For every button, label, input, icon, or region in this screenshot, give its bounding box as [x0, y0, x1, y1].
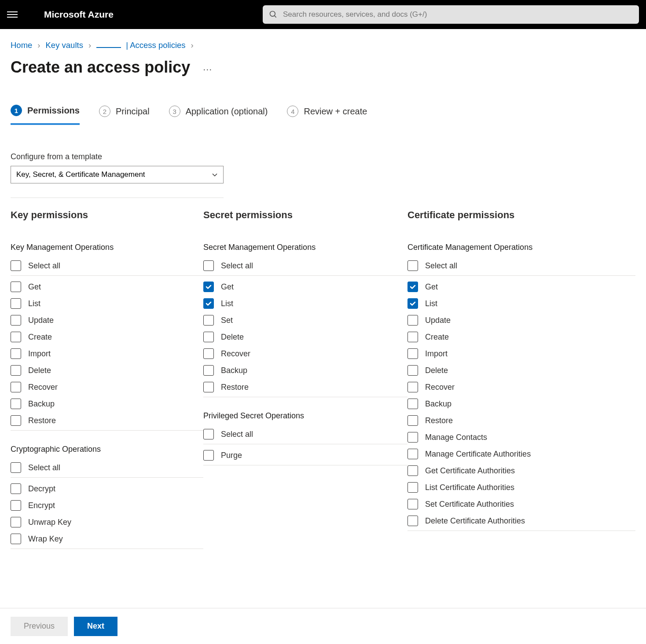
- checkbox[interactable]: [407, 260, 418, 271]
- permission-row[interactable]: List: [407, 295, 635, 312]
- permission-row[interactable]: Update: [11, 312, 203, 329]
- checkbox[interactable]: [203, 260, 214, 271]
- checkbox[interactable]: [11, 415, 21, 426]
- search-input[interactable]: [263, 5, 639, 24]
- checkbox[interactable]: [11, 332, 21, 342]
- permission-row[interactable]: Get Certificate Authorities: [407, 462, 635, 479]
- permission-row[interactable]: Set: [203, 312, 407, 329]
- permission-row[interactable]: Delete: [407, 362, 635, 379]
- checkbox[interactable]: [11, 315, 21, 326]
- permission-row[interactable]: Create: [407, 329, 635, 345]
- step-permissions[interactable]: 1 Permissions: [11, 105, 80, 125]
- more-actions-icon[interactable]: …: [202, 62, 213, 73]
- checkbox-label: Select all: [28, 261, 60, 271]
- permission-row[interactable]: Decrypt: [11, 480, 203, 497]
- checkbox[interactable]: [11, 260, 21, 271]
- select-all-row[interactable]: Select all: [11, 459, 203, 478]
- step-application[interactable]: 3 Application (optional): [169, 105, 268, 125]
- breadcrumb-home[interactable]: Home: [11, 40, 32, 50]
- permissions-heading: Certificate permissions: [407, 209, 635, 221]
- previous-button[interactable]: Previous: [11, 617, 68, 636]
- checkbox[interactable]: [203, 332, 214, 342]
- checkbox-label: Delete: [221, 333, 244, 342]
- checkbox[interactable]: [203, 315, 214, 326]
- template-select[interactable]: Key, Secret, & Certificate Management: [11, 166, 224, 183]
- checkbox-label: Purge: [221, 451, 242, 460]
- checkbox[interactable]: [407, 516, 418, 526]
- hamburger-menu-icon[interactable]: [7, 11, 18, 18]
- permission-row[interactable]: Set Certificate Authorities: [407, 496, 635, 512]
- permission-row[interactable]: Encrypt: [11, 497, 203, 514]
- permission-row[interactable]: Recover: [407, 379, 635, 395]
- checkbox[interactable]: [203, 282, 214, 292]
- permission-row[interactable]: Delete: [11, 362, 203, 379]
- select-all-row[interactable]: Select all: [203, 426, 407, 444]
- permission-row[interactable]: Restore: [11, 412, 203, 431]
- permission-row[interactable]: Import: [407, 345, 635, 362]
- checkbox[interactable]: [407, 432, 418, 443]
- checkbox[interactable]: [203, 450, 214, 461]
- permission-row[interactable]: Backup: [11, 395, 203, 412]
- permission-row[interactable]: Delete Certificate Authorities: [407, 512, 635, 531]
- checkbox[interactable]: [11, 517, 21, 527]
- checkbox[interactable]: [407, 282, 418, 292]
- checkbox[interactable]: [407, 315, 418, 326]
- breadcrumb-keyvaults[interactable]: Key vaults: [46, 40, 83, 50]
- permissions-heading: Key permissions: [11, 209, 203, 221]
- checkbox[interactable]: [203, 298, 214, 309]
- checkbox[interactable]: [11, 534, 21, 544]
- permission-row[interactable]: Recover: [203, 345, 407, 362]
- permission-row[interactable]: Get: [203, 278, 407, 295]
- checkbox[interactable]: [407, 365, 418, 376]
- checkbox[interactable]: [203, 382, 214, 392]
- checkbox[interactable]: [11, 348, 21, 359]
- permission-row[interactable]: Get: [407, 278, 635, 295]
- checkbox[interactable]: [407, 332, 418, 342]
- permission-row[interactable]: Import: [11, 345, 203, 362]
- permission-row[interactable]: Backup: [407, 395, 635, 412]
- checkbox[interactable]: [407, 382, 418, 392]
- checkbox[interactable]: [11, 282, 21, 292]
- step-principal[interactable]: 2 Principal: [99, 105, 150, 125]
- checkbox[interactable]: [407, 348, 418, 359]
- permission-row[interactable]: Create: [11, 329, 203, 345]
- permission-row[interactable]: Manage Certificate Authorities: [407, 446, 635, 462]
- checkbox[interactable]: [11, 462, 21, 473]
- permission-row[interactable]: Manage Contacts: [407, 429, 635, 446]
- permission-row[interactable]: Delete: [203, 329, 407, 345]
- checkbox[interactable]: [407, 465, 418, 476]
- select-all-row[interactable]: Select all: [203, 257, 407, 276]
- permission-row[interactable]: Purge: [203, 447, 407, 465]
- permission-row[interactable]: Unwrap Key: [11, 514, 203, 531]
- select-all-row[interactable]: Select all: [11, 257, 203, 276]
- permission-row[interactable]: Get: [11, 278, 203, 295]
- checkbox[interactable]: [11, 483, 21, 494]
- permission-row[interactable]: List: [11, 295, 203, 312]
- checkbox[interactable]: [407, 449, 418, 459]
- select-all-row[interactable]: Select all: [407, 257, 635, 276]
- checkbox[interactable]: [407, 399, 418, 409]
- breadcrumb-current[interactable]: | Access policies: [96, 40, 186, 50]
- checkbox[interactable]: [203, 429, 214, 439]
- permission-row[interactable]: Update: [407, 312, 635, 329]
- checkbox[interactable]: [11, 365, 21, 376]
- checkbox[interactable]: [11, 399, 21, 409]
- checkbox[interactable]: [203, 365, 214, 376]
- permission-row[interactable]: Recover: [11, 379, 203, 395]
- checkbox[interactable]: [203, 348, 214, 359]
- permission-row[interactable]: Backup: [203, 362, 407, 379]
- checkbox[interactable]: [407, 298, 418, 309]
- next-button[interactable]: Next: [74, 617, 117, 636]
- permission-row[interactable]: Restore: [203, 379, 407, 397]
- permission-row[interactable]: Wrap Key: [11, 531, 203, 549]
- permission-row[interactable]: List: [203, 295, 407, 312]
- checkbox[interactable]: [407, 499, 418, 509]
- checkbox[interactable]: [11, 382, 21, 392]
- checkbox[interactable]: [11, 500, 21, 511]
- step-review[interactable]: 4 Review + create: [287, 105, 367, 125]
- checkbox[interactable]: [407, 482, 418, 493]
- permission-row[interactable]: Restore: [407, 412, 635, 429]
- checkbox[interactable]: [407, 415, 418, 426]
- permission-row[interactable]: List Certificate Authorities: [407, 479, 635, 496]
- checkbox[interactable]: [11, 298, 21, 309]
